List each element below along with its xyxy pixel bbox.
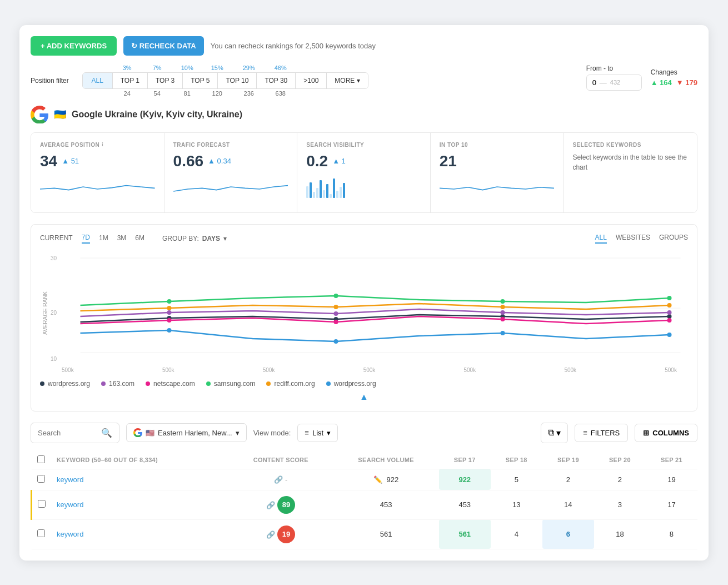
svg-point-17 <box>501 317 505 321</box>
select-all-checkbox[interactable] <box>37 455 45 463</box>
google-logo-icon <box>31 106 48 123</box>
row3-content-score: 🔗 19 <box>228 519 333 549</box>
legend-dot-wordpress1 <box>40 381 44 386</box>
filter-tab-all[interactable]: ALL <box>83 73 113 88</box>
location-selector[interactable]: 🇺🇸 Eastern Harlem, New... ▾ <box>126 423 247 442</box>
visibility-change: ▲ 1 <box>332 157 346 165</box>
selected-keywords-label: SELECTED KEYWORDS <box>572 142 688 148</box>
pct-top10: 15% <box>202 65 232 71</box>
from-to-separator: — <box>600 78 607 87</box>
filter-tab-top3[interactable]: TOP 3 <box>148 73 183 88</box>
table-row: keyword 🔗 - ✏️ 922 922 5 2 2 19 <box>32 469 698 490</box>
legend-item-samsung: samsung.com <box>206 380 256 388</box>
period-7d[interactable]: 7D <box>82 234 90 244</box>
copy-chevron-icon: ▾ <box>556 428 561 438</box>
filter-tab-more[interactable]: MORE ▾ <box>327 73 368 88</box>
columns-button[interactable]: ⊞ COLUMNS <box>635 424 697 442</box>
view-tab-all[interactable]: ALL <box>595 234 607 244</box>
period-6m[interactable]: 6M <box>135 234 144 243</box>
location-text: Eastern Harlem, New... <box>158 429 232 437</box>
svg-point-14 <box>667 310 672 315</box>
metric-card-traffic: TRAFIC FORECAST 0.66 ▲ 0.34 <box>164 133 298 212</box>
row1-edit-icon[interactable]: ✏️ <box>373 475 382 484</box>
view-mode-label: View mode: <box>253 429 291 437</box>
search-input-wrapper[interactable]: 🔍 <box>31 423 119 443</box>
row3-sep21: 8 <box>646 519 697 549</box>
filter-tab-top30[interactable]: TOP 30 <box>257 73 296 88</box>
row1-link-icon[interactable]: 🔗 <box>274 475 283 484</box>
filters-button[interactable]: ≡ FILTERS <box>575 424 628 442</box>
avg-position-chart <box>40 176 155 204</box>
top10-label: IN TOP 10 <box>440 142 555 148</box>
row2-checkbox[interactable] <box>38 500 46 508</box>
row2-sep20: 3 <box>594 490 646 519</box>
svg-point-19 <box>167 299 172 304</box>
legend-dot-rediff <box>266 381 271 386</box>
google-small-icon <box>133 428 142 437</box>
row3-keyword: keyword <box>51 519 228 549</box>
filter-tab-top1[interactable]: TOP 1 <box>113 73 148 88</box>
view-mode-value: List <box>312 429 323 437</box>
location-chevron-icon: ▾ <box>236 429 240 437</box>
row1-checkbox[interactable] <box>37 475 45 483</box>
metric-card-selected-keywords: SELECTED KEYWORDS Select keywords in the… <box>564 133 697 212</box>
add-keywords-button[interactable]: + ADD KEYWORDS <box>31 36 117 56</box>
filter-tab-top10[interactable]: TOP 10 <box>218 73 257 88</box>
y-tick-20: 20 <box>51 310 57 316</box>
chart-collapse-button[interactable]: ▲ <box>40 392 688 402</box>
visibility-label: SEARCH VISIBILITY <box>306 142 421 148</box>
filter-tab-100[interactable]: >100 <box>296 73 327 88</box>
filter-tab-top5[interactable]: TOP 5 <box>183 73 218 88</box>
svg-point-26 <box>667 303 672 308</box>
y-tick-30: 30 <box>51 255 57 261</box>
metric-cards: AVERAGE POSITION i 34 ▲ 51 TRAFIC FORECA… <box>31 132 697 213</box>
view-mode-selector[interactable]: ≡ List ▾ <box>297 424 338 442</box>
legend-label-163: 163.com <box>109 380 134 388</box>
group-by-selector[interactable]: GROUP BY: DAYS ▾ <box>162 235 227 242</box>
view-tab-groups[interactable]: GROUPS <box>659 234 688 244</box>
top10-value: 21 <box>440 152 457 170</box>
row3-sep19: 6 <box>542 519 594 549</box>
period-1m[interactable]: 1M <box>99 234 108 243</box>
from-to-value: 0 <box>592 78 596 87</box>
legend-dot-netscape <box>146 381 150 386</box>
row3-search-volume: 561 <box>333 519 438 549</box>
view-tab-websites[interactable]: WEBSITES <box>616 234 650 244</box>
main-chart-svg <box>51 252 688 364</box>
copy-button[interactable]: ⧉ ▾ <box>541 423 568 443</box>
recheck-data-button[interactable]: ↻ RECHECK DATA <box>123 36 204 56</box>
metric-card-visibility: SEARCH VISIBILITY 0.2 ▲ 1 <box>297 133 431 212</box>
row2-link-icon[interactable]: 🔗 <box>266 500 275 509</box>
chart-section: CURRENT 7D 1M 3M 6M GROUP BY: DAYS ▾ ALL… <box>31 224 697 412</box>
row2-checkbox-cell <box>32 490 52 519</box>
svg-point-24 <box>334 305 338 309</box>
legend-item-163: 163.com <box>101 380 134 388</box>
legend-label-wordpress1: wordpress.org <box>48 380 90 388</box>
period-current[interactable]: CURRENT <box>40 234 73 243</box>
count-top10: 120 <box>202 90 232 97</box>
svg-point-6 <box>667 333 672 337</box>
period-3m[interactable]: 3M <box>117 234 127 243</box>
changes-down: ▼ 179 <box>676 78 697 87</box>
legend-label-rediff: rediff.com.org <box>274 380 315 388</box>
from-to-input[interactable]: 0 — 432 <box>586 75 642 91</box>
data-table: KEYWORD (50–60 out of 8,334) CONTENT SCO… <box>31 451 697 549</box>
columns-label: COLUMNS <box>652 429 689 437</box>
search-icon: 🔍 <box>101 428 112 438</box>
view-mode-chevron-icon: ▾ <box>327 429 331 437</box>
visibility-value: 0.2 <box>306 152 328 170</box>
row3-checkbox[interactable] <box>37 529 45 537</box>
filters-label: FILTERS <box>591 429 620 437</box>
search-input[interactable] <box>38 429 97 437</box>
svg-point-12 <box>334 311 338 316</box>
row1-keyword: keyword <box>51 469 228 490</box>
table-row: keyword 🔗 89 453 453 13 14 3 17 <box>32 490 698 519</box>
pct-top1: 3% <box>112 65 142 71</box>
row3-link-icon[interactable]: 🔗 <box>266 530 275 538</box>
th-sep17: SEP 17 <box>439 451 491 469</box>
row2-score-badge: 89 <box>277 496 295 514</box>
svg-point-25 <box>501 305 505 309</box>
table-toolbar: 🔍 🇺🇸 Eastern Harlem, New... ▾ View mode:… <box>31 423 697 443</box>
row1-sep20: 2 <box>594 469 646 490</box>
svg-point-4 <box>334 339 338 344</box>
